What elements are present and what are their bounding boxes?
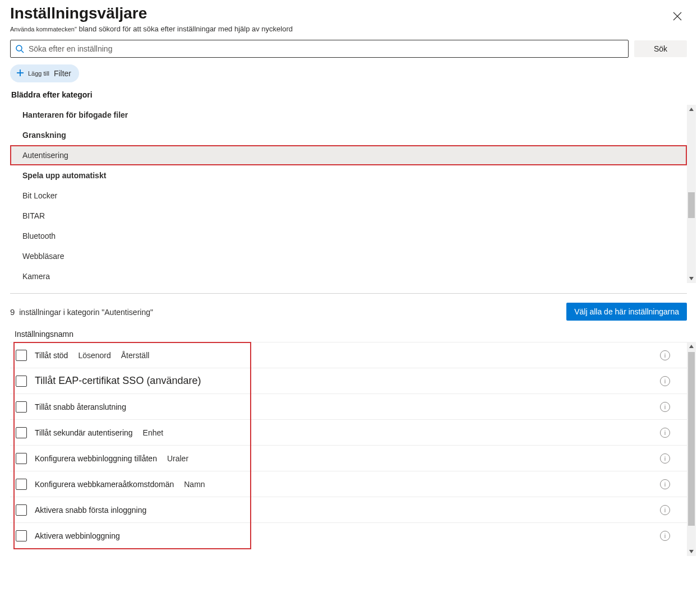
category-item[interactable]: Spela upp automatiskt — [10, 165, 687, 186]
category-item[interactable]: Granskning — [10, 125, 687, 145]
setting-name: Tillåt EAP-certifikat SSO (användare) — [35, 375, 201, 387]
setting-extra: Enhet — [143, 428, 164, 437]
setting-label-group: Konfigurera webbinloggning tillåtenUrale… — [35, 454, 660, 463]
svg-point-2 — [16, 45, 22, 51]
close-icon — [673, 12, 682, 21]
chevron-down-icon — [689, 549, 694, 554]
category-item[interactable]: Bit Locker — [10, 186, 687, 206]
scroll-thumb[interactable] — [688, 352, 695, 526]
setting-row[interactable]: Konfigurera webbkameraåtkomstdomänNamni — [10, 471, 687, 497]
plus-icon — [16, 68, 25, 79]
svg-marker-9 — [689, 550, 694, 553]
settings-pane-wrap: Tillåt stödLösenordÅterställiTillåt EAP-… — [10, 342, 687, 556]
setting-label-group: Aktivera webbinloggning — [35, 531, 660, 540]
setting-label-group: Tillåt sekundär autentiseringEnhet — [35, 428, 660, 437]
search-icon — [15, 44, 24, 53]
setting-row[interactable]: Aktivera snabb första inloggningi — [10, 497, 687, 522]
setting-label-group: Konfigurera webbkameraåtkomstdomänNamn — [35, 480, 660, 489]
checkbox[interactable] — [16, 401, 27, 413]
page-title: Inställningsväljare — [10, 4, 687, 22]
setting-row[interactable]: Tillåt stödLösenordÅterställi — [10, 342, 687, 368]
page-subtitle: Använda kommatecken" bland sökord för at… — [10, 25, 687, 33]
setting-row[interactable]: Tillåt snabb återanslutningi — [10, 393, 687, 419]
settings-list: Tillåt stödLösenordÅterställiTillåt EAP-… — [10, 342, 687, 556]
setting-extra: Namn — [184, 480, 205, 489]
filter-row: Lägg till Filter — [0, 64, 697, 90]
info-icon[interactable]: i — [660, 428, 670, 438]
info-icon[interactable]: i — [660, 479, 670, 489]
setting-extra: Återställ — [121, 351, 150, 360]
chevron-up-icon — [689, 106, 694, 112]
setting-row[interactable]: Konfigurera webbinloggning tillåtenUrale… — [10, 445, 687, 471]
results-bar: 9 inställningar i kategorin "Autentiseri… — [0, 294, 697, 325]
checkbox[interactable] — [16, 479, 27, 490]
select-all-button[interactable]: Välj alla de här inställningarna — [566, 303, 687, 321]
checkbox[interactable] — [16, 376, 27, 387]
category-item[interactable]: Webbläsare — [10, 246, 687, 266]
subtitle-rest: bland sökord för att söka efter inställn… — [77, 25, 293, 33]
search-input[interactable] — [27, 44, 624, 54]
info-icon[interactable]: i — [660, 350, 670, 360]
add-filter-small: Lägg till — [28, 70, 49, 77]
add-filter-button[interactable]: Lägg till Filter — [10, 64, 79, 82]
browse-label: Bläddra efter kategori — [0, 90, 697, 105]
setting-row[interactable]: Aktivera webbinloggningi — [10, 522, 687, 548]
setting-label-group: Aktivera snabb första inloggning — [35, 506, 660, 515]
results-count: 9 inställningar i kategorin "Autentiseri… — [10, 307, 153, 317]
checkbox[interactable] — [16, 350, 27, 361]
results-count-rest: inställningar i kategorin "Autentisering… — [19, 308, 153, 317]
search-row: Sök — [0, 40, 697, 64]
category-item[interactable]: Autentisering — [10, 145, 687, 165]
results-count-number: 9 — [10, 307, 15, 317]
setting-name: Aktivera snabb första inloggning — [35, 506, 146, 515]
search-button[interactable]: Sök — [634, 40, 687, 57]
checkbox[interactable] — [16, 504, 27, 516]
setting-extra: Lösenord — [78, 351, 110, 360]
checkbox[interactable] — [16, 427, 27, 438]
setting-label-group: Tillåt stödLösenordÅterställ — [35, 351, 660, 360]
setting-label-group: Tillåt snabb återanslutning — [35, 402, 660, 411]
category-item[interactable]: Hanteraren för bifogade filer — [10, 105, 687, 125]
category-pane-wrap: Hanteraren för bifogade filerGranskningA… — [10, 105, 687, 283]
info-icon[interactable]: i — [660, 402, 670, 412]
search-box[interactable] — [10, 40, 629, 58]
svg-marker-7 — [689, 277, 694, 280]
info-icon[interactable]: i — [660, 531, 670, 541]
scroll-up-button[interactable] — [687, 342, 696, 351]
checkbox[interactable] — [16, 453, 27, 464]
setting-name: Aktivera webbinloggning — [35, 531, 120, 540]
setting-name: Tillåt sekundär autentisering — [35, 428, 133, 437]
category-item[interactable]: Kamera — [10, 266, 687, 286]
chevron-down-icon — [689, 276, 694, 281]
info-icon[interactable]: i — [660, 376, 670, 386]
checkbox[interactable] — [16, 530, 27, 541]
scroll-thumb[interactable] — [688, 192, 695, 218]
chevron-up-icon — [689, 344, 694, 349]
setting-row[interactable]: Tillåt sekundär autentiseringEnheti — [10, 419, 687, 445]
category-item[interactable]: BITAR — [10, 206, 687, 226]
category-scrollbar[interactable] — [687, 105, 696, 283]
setting-label-group: Tillåt EAP-certifikat SSO (användare) — [35, 375, 660, 387]
settings-scrollbar[interactable] — [687, 342, 696, 556]
setting-name: Konfigurera webbinloggning tillåten — [35, 454, 157, 463]
add-filter-label: Filter — [54, 69, 71, 78]
setting-extra: Uraler — [167, 454, 188, 463]
close-button[interactable] — [668, 7, 687, 26]
scroll-up-button[interactable] — [687, 105, 696, 114]
info-icon[interactable]: i — [660, 453, 670, 464]
scroll-down-button[interactable] — [687, 547, 696, 556]
setting-name: Tillåt snabb återanslutning — [35, 402, 126, 411]
setting-row[interactable]: Tillåt EAP-certifikat SSO (användare)i — [10, 368, 687, 393]
svg-marker-6 — [689, 108, 694, 111]
scroll-down-button[interactable] — [687, 274, 696, 283]
header: Inställningsväljare Använda kommatecken"… — [0, 4, 697, 33]
setting-name: Tillåt stöd — [35, 351, 68, 360]
info-icon[interactable]: i — [660, 505, 670, 515]
setting-name: Konfigurera webbkameraåtkomstdomän — [35, 480, 174, 489]
category-list: Hanteraren för bifogade filerGranskningA… — [10, 105, 687, 283]
category-item[interactable]: Bluetooth — [10, 226, 687, 246]
svg-marker-8 — [689, 345, 694, 348]
subtitle-prefix: Använda kommatecken" — [10, 26, 77, 33]
svg-line-3 — [21, 50, 24, 53]
settings-column-header: Inställningsnamn — [0, 325, 697, 342]
